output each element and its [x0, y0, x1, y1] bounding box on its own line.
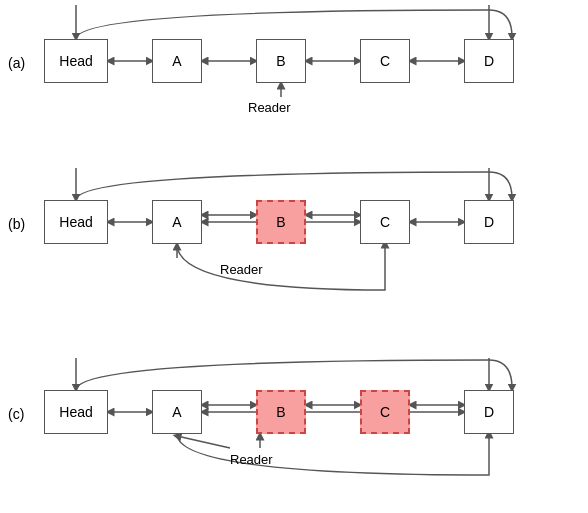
node-a-B-label: B — [276, 53, 285, 69]
node-a-A: A — [152, 39, 202, 83]
node-b-C-label: C — [380, 214, 390, 230]
diagram-c-label: (c) — [8, 406, 24, 422]
diagram-b-label: (b) — [8, 216, 25, 232]
node-a-A-label: A — [172, 53, 181, 69]
reader-c-label: Reader — [230, 452, 273, 467]
node-a-D-label: D — [484, 53, 494, 69]
node-c-B: B — [256, 390, 306, 434]
node-c-C-label: C — [380, 404, 390, 420]
node-c-A-label: A — [172, 404, 181, 420]
node-b-head-label: Head — [59, 214, 92, 230]
node-c-head: Head — [44, 390, 108, 434]
svg-line-23 — [177, 436, 230, 448]
reader-a-label: Reader — [248, 100, 291, 115]
node-c-D: D — [464, 390, 514, 434]
node-b-C: C — [360, 200, 410, 244]
node-b-B-label: B — [276, 214, 285, 230]
node-b-D: D — [464, 200, 514, 244]
node-a-head: Head — [44, 39, 108, 83]
node-a-B: B — [256, 39, 306, 83]
node-a-D: D — [464, 39, 514, 83]
node-b-A-label: A — [172, 214, 181, 230]
node-c-B-label: B — [276, 404, 285, 420]
node-b-A: A — [152, 200, 202, 244]
node-b-D-label: D — [484, 214, 494, 230]
node-a-C: C — [360, 39, 410, 83]
reader-b-label: Reader — [220, 262, 263, 277]
node-c-head-label: Head — [59, 404, 92, 420]
node-b-head: Head — [44, 200, 108, 244]
node-c-A: A — [152, 390, 202, 434]
node-a-head-label: Head — [59, 53, 92, 69]
node-a-C-label: C — [380, 53, 390, 69]
node-b-B: B — [256, 200, 306, 244]
diagram-a-label: (a) — [8, 55, 25, 71]
node-c-C: C — [360, 390, 410, 434]
node-c-D-label: D — [484, 404, 494, 420]
